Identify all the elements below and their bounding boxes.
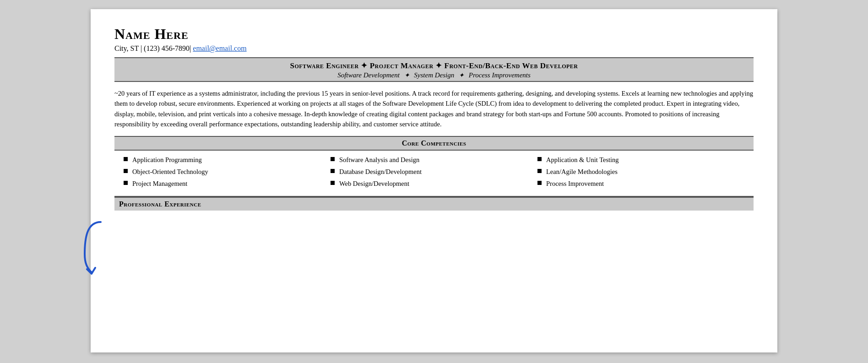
resume-page: Name Here City, ST | (123) 456-7890| ema… [91,9,777,352]
bullet-icon [124,157,128,161]
professional-experience-header: Professional Experience [114,197,754,211]
competency-column-3: Application & Unit Testing Lean/Agile Me… [537,155,744,191]
title-banner-main: Software Engineer ✦ Project Manager ✦ Fr… [119,61,749,70]
bullet-icon [124,181,128,185]
email-link[interactable]: email@email.com [193,44,246,52]
list-item: Software Analysis and Design [331,155,537,164]
competency-label: Software Analysis and Design [339,155,419,164]
summary-text: ~20 years of IT experience as a systems … [114,88,754,130]
list-item: Database Design/Development [331,167,537,176]
bullet-icon [331,157,335,161]
sub-divider-2: ✦ [459,72,464,79]
competencies-grid: Application Programming Object-Oriented … [114,151,754,197]
bullet-icon [331,181,335,185]
bullet-icon [537,181,542,185]
competency-label: Database Design/Development [339,167,422,176]
competency-label: Object-Oriented Technology [132,167,208,176]
list-item: Object-Oriented Technology [124,167,331,176]
sub-divider-1: ✦ [404,72,410,79]
contact-info: City, ST | (123) 456-7890| email@email.c… [114,44,754,53]
core-competencies-section: Core Competencies Application Programmin… [114,137,754,197]
bullet-icon [124,169,128,173]
sub-part-1: Software Development [337,71,400,79]
list-item: Process Improvement [537,179,744,188]
sub-part-3: Process Improvements [469,71,531,79]
core-competencies-header: Core Competencies [114,137,754,151]
competency-label: Web Design/Development [339,179,409,188]
title-banner: Software Engineer ✦ Project Manager ✦ Fr… [114,57,754,82]
bullet-icon [537,169,542,173]
annotation-arrow [82,220,110,275]
bullet-icon [331,169,335,173]
competency-label: Application & Unit Testing [546,155,619,164]
competency-label: Lean/Agile Methodologies [546,167,618,176]
list-item: Application & Unit Testing [537,155,744,164]
list-item: Web Design/Development [331,179,537,188]
competency-label: Process Improvement [546,179,604,188]
summary-section: ~20 years of IT experience as a systems … [114,82,754,137]
list-item: Lean/Agile Methodologies [537,167,744,176]
sub-part-2: System Design [414,71,454,79]
list-item: Project Management [124,179,331,188]
contact-text: City, ST | (123) 456-7890| [114,44,191,52]
list-item: Application Programming [124,155,331,164]
candidate-name: Name Here [114,26,754,43]
competency-column-2: Software Analysis and Design Database De… [331,155,537,191]
competency-label: Project Management [132,179,187,188]
title-banner-sub: Software Development ✦ System Design ✦ P… [119,71,749,79]
competency-column-1: Application Programming Object-Oriented … [124,155,331,191]
competency-label: Application Programming [132,155,202,164]
bullet-icon [537,157,542,161]
